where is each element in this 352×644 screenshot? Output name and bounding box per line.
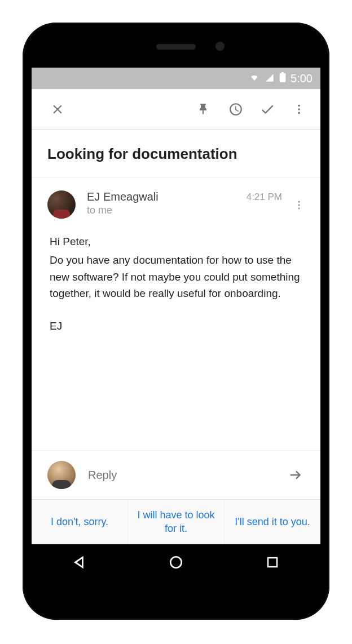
status-time: 5:00 xyxy=(291,72,313,85)
message-time: 4:21 PM xyxy=(247,192,282,203)
sender-avatar[interactable] xyxy=(47,190,76,219)
nav-recents-button[interactable] xyxy=(256,551,289,574)
pin-icon xyxy=(197,103,211,116)
pin-button[interactable] xyxy=(188,94,220,125)
reply-row[interactable]: Reply xyxy=(32,450,320,499)
more-vert-icon xyxy=(293,199,305,211)
svg-point-2 xyxy=(298,112,300,114)
screen: 5:00 Looking for documentation xyxy=(32,68,320,580)
svg-point-1 xyxy=(298,108,300,110)
phone-frame: 5:00 Looking for documentation xyxy=(23,23,329,620)
done-button[interactable] xyxy=(252,94,283,125)
toolbar xyxy=(32,89,320,130)
square-recents-icon xyxy=(266,556,279,569)
svg-rect-7 xyxy=(268,558,277,567)
message-overflow-button[interactable] xyxy=(288,194,310,216)
close-icon xyxy=(50,102,65,117)
email-subject: Looking for documentation xyxy=(32,130,320,178)
svg-point-3 xyxy=(298,201,300,203)
message-signature: EJ xyxy=(50,318,302,334)
arrow-right-icon xyxy=(288,467,303,483)
message-header: EJ Emeagwali to me 4:21 PM xyxy=(32,178,320,219)
smart-reply-1[interactable]: I don't, sorry. xyxy=(32,500,128,544)
smart-reply-3[interactable]: I'll send it to you. xyxy=(225,500,320,544)
svg-point-4 xyxy=(298,204,300,206)
message-body: Hi Peter, Do you have any documentation … xyxy=(32,219,320,450)
phone-camera xyxy=(215,42,225,51)
circle-home-icon xyxy=(169,555,183,570)
svg-point-6 xyxy=(170,557,182,568)
overflow-button[interactable] xyxy=(283,94,315,125)
triangle-back-icon xyxy=(72,555,87,570)
wifi-icon xyxy=(249,72,260,85)
svg-point-0 xyxy=(298,104,300,106)
nav-home-button[interactable] xyxy=(159,551,193,574)
my-avatar xyxy=(47,461,76,489)
svg-point-5 xyxy=(298,207,300,209)
android-navbar xyxy=(32,544,320,580)
sender-name: EJ Emeagwali xyxy=(87,190,247,203)
snooze-button[interactable] xyxy=(220,94,252,125)
more-vert-icon xyxy=(293,103,305,116)
reply-placeholder: Reply xyxy=(88,469,284,482)
clock-icon xyxy=(228,102,243,117)
close-button[interactable] xyxy=(42,94,73,125)
forward-button[interactable] xyxy=(284,464,307,486)
message-text: Do you have any documentation for how to… xyxy=(50,252,302,301)
check-icon xyxy=(259,101,275,117)
phone-speaker xyxy=(156,44,196,50)
smart-replies: I don't, sorry. I will have to look for … xyxy=(32,499,320,544)
nav-back-button[interactable] xyxy=(63,551,96,574)
sender-block[interactable]: EJ Emeagwali to me xyxy=(87,190,247,216)
message-greeting: Hi Peter, xyxy=(50,233,302,250)
battery-icon xyxy=(279,72,286,85)
sender-to-line: to me xyxy=(87,205,247,216)
status-bar: 5:00 xyxy=(32,68,320,89)
smart-reply-2[interactable]: I will have to look for it. xyxy=(128,500,225,544)
cell-signal-icon xyxy=(265,72,275,85)
